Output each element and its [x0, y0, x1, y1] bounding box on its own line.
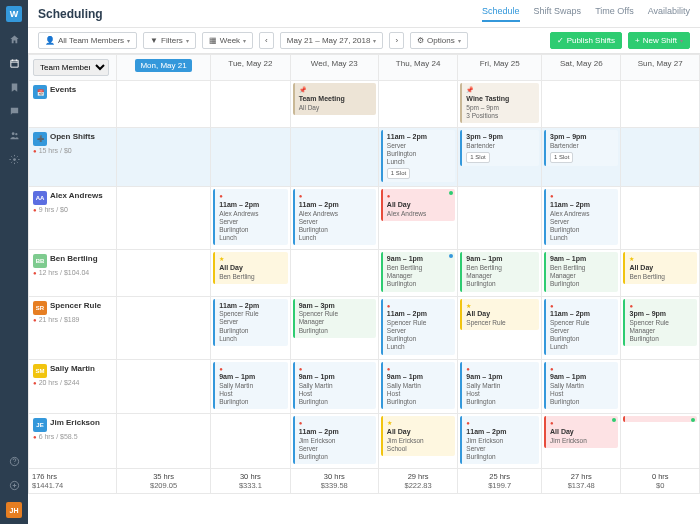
schedule-cell[interactable]: All DayJim EricksonSchool	[378, 414, 457, 469]
schedule-cell[interactable]	[378, 81, 457, 128]
schedule-cell[interactable]	[458, 187, 542, 250]
schedule-cell[interactable]	[117, 359, 211, 414]
app-logo[interactable]: W	[6, 6, 22, 22]
avatar[interactable]: JH	[6, 502, 22, 518]
shift-card[interactable]: All DaySpencer Rule	[460, 299, 539, 331]
schedule-cell[interactable]	[621, 359, 700, 414]
view-button[interactable]: ▦Week▾	[202, 32, 253, 49]
schedule-cell[interactable]	[621, 187, 700, 250]
shift-card[interactable]: All DayJim EricksonSchool	[381, 416, 455, 456]
schedule-cell[interactable]: 9am – 1pmSally MartinHostBurlington	[211, 359, 290, 414]
gear-icon[interactable]	[7, 152, 21, 166]
shift-card[interactable]: All DayBen Bertling	[213, 252, 287, 284]
shift-card[interactable]	[623, 416, 697, 422]
schedule-cell[interactable]	[211, 414, 290, 469]
schedule-cell[interactable]: 11am – 2pmSpencer RuleServerBurlingtonLu…	[542, 296, 621, 359]
schedule-cell[interactable]	[290, 127, 378, 187]
schedule-cell[interactable]	[290, 250, 378, 296]
next-button[interactable]: ›	[389, 32, 404, 49]
tab-timeoffs[interactable]: Time Offs	[595, 6, 634, 22]
shift-card[interactable]: 11am – 2pmAlex AndrewsServerBurlingtonLu…	[293, 189, 376, 245]
schedule-cell[interactable]	[117, 414, 211, 469]
schedule-cell[interactable]	[117, 187, 211, 250]
schedule-cell[interactable]: 11am – 2pmServerBurlingtonLunch1 Slot	[378, 127, 457, 187]
shift-card[interactable]: 11am – 2pmServerBurlingtonLunch1 Slot	[381, 130, 455, 183]
members-col-header[interactable]: Team Members	[29, 55, 117, 81]
home-icon[interactable]	[7, 32, 21, 46]
schedule-cell[interactable]: All DaySpencer Rule	[458, 296, 542, 359]
schedule-cell[interactable]: 3pm – 9pmSpencer RuleManagerBurlington	[621, 296, 700, 359]
prev-button[interactable]: ‹	[259, 32, 274, 49]
schedule-cell[interactable]: Wine Tasting5pm – 9pm3 Positions	[458, 81, 542, 128]
schedule-cell[interactable]: 11am – 2pmJim EricksonServerBurlington	[290, 414, 378, 469]
schedule-cell[interactable]: 9am – 3pmSpencer RuleManagerBurlington	[290, 296, 378, 359]
shift-card[interactable]: 9am – 1pmBen BertlingManagerBurlington	[381, 252, 455, 291]
shift-card[interactable]: 3pm – 9pmSpencer RuleManagerBurlington	[623, 299, 697, 347]
shift-card[interactable]: Team MeetingAll Day	[293, 83, 376, 115]
schedule-cell[interactable]	[621, 414, 700, 469]
users-icon[interactable]	[7, 128, 21, 142]
schedule-cell[interactable]	[621, 81, 700, 128]
schedule-cell[interactable]: 9am – 1pmSally MartinHostBurlington	[458, 359, 542, 414]
tab-swaps[interactable]: Shift Swaps	[534, 6, 582, 22]
shift-card[interactable]: 9am – 1pmBen BertlingManagerBurlington	[460, 252, 539, 291]
date-range[interactable]: May 21 – May 27, 2018▾	[280, 32, 384, 49]
schedule-cell[interactable]	[117, 250, 211, 296]
schedule-cell[interactable]: 11am – 2pmSpencer RuleServerBurlingtonLu…	[378, 296, 457, 359]
schedule-cell[interactable]: 11am – 2pmSpencer RuleServerBurlingtonLu…	[211, 296, 290, 359]
schedule-cell[interactable]: 3pm – 9pmBartender1 Slot	[458, 127, 542, 187]
schedule-cell[interactable]: All DayBen Bertling	[211, 250, 290, 296]
shift-card[interactable]: Wine Tasting5pm – 9pm3 Positions	[460, 83, 539, 123]
schedule-cell[interactable]: 11am – 2pmAlex AndrewsServerBurlingtonLu…	[211, 187, 290, 250]
schedule-cell[interactable]: All DayBen Bertling	[621, 250, 700, 296]
schedule-cell[interactable]	[621, 127, 700, 187]
shift-card[interactable]: All DayAlex Andrews	[381, 189, 455, 221]
schedule-cell[interactable]: 3pm – 9pmBartender1 Slot	[542, 127, 621, 187]
schedule-cell[interactable]	[117, 127, 211, 187]
shift-card[interactable]: 9am – 1pmSally MartinHostBurlington	[213, 362, 287, 410]
schedule-cell[interactable]: 9am – 1pmSally MartinHostBurlington	[378, 359, 457, 414]
members-select[interactable]: Team Members	[33, 59, 109, 76]
shift-card[interactable]: 9am – 1pmSally MartinHostBurlington	[381, 362, 455, 410]
schedule-cell[interactable]	[542, 81, 621, 128]
shift-card[interactable]: 9am – 1pmSally MartinHostBurlington	[544, 362, 618, 410]
shift-card[interactable]: 9am – 1pmSally MartinHostBurlington	[293, 362, 376, 410]
publish-button[interactable]: ✓Publish Shifts	[550, 32, 622, 49]
options-button[interactable]: ⚙Options▾	[410, 32, 468, 49]
schedule-cell[interactable]: 11am – 2pmJim EricksonServerBurlington	[458, 414, 542, 469]
chat-icon[interactable]	[7, 104, 21, 118]
shift-card[interactable]: 3pm – 9pmBartender1 Slot	[460, 130, 539, 166]
schedule-cell[interactable]: 11am – 2pmAlex AndrewsServerBurlingtonLu…	[542, 187, 621, 250]
shift-card[interactable]: 11am – 2pmSpencer RuleServerBurlingtonLu…	[381, 299, 455, 355]
schedule-cell[interactable]: 9am – 1pmBen BertlingManagerBurlington	[458, 250, 542, 296]
schedule-cell[interactable]: 9am – 1pmBen BertlingManagerBurlington	[378, 250, 457, 296]
shift-card[interactable]: 9am – 3pmSpencer RuleManagerBurlington	[293, 299, 376, 338]
tab-availability[interactable]: Availability	[648, 6, 690, 22]
tab-schedule[interactable]: Schedule	[482, 6, 520, 22]
filters-button[interactable]: ▼Filters▾	[143, 32, 196, 49]
help-icon[interactable]	[7, 454, 21, 468]
bookmark-icon[interactable]	[7, 80, 21, 94]
shift-card[interactable]: 9am – 1pmSally MartinHostBurlington	[460, 362, 539, 410]
schedule-cell[interactable]: 9am – 1pmSally MartinHostBurlington	[290, 359, 378, 414]
schedule-cell[interactable]	[117, 81, 211, 128]
add-icon[interactable]	[7, 478, 21, 492]
shift-card[interactable]: 11am – 2pmJim EricksonServerBurlington	[293, 416, 376, 464]
shift-card[interactable]: All DayBen Bertling	[623, 252, 697, 284]
team-filter[interactable]: 👤All Team Members▾	[38, 32, 137, 49]
shift-card[interactable]: 11am – 2pmAlex AndrewsServerBurlingtonLu…	[544, 189, 618, 245]
schedule-grid[interactable]: Team MembersMon, May 21Tue, May 22Wed, M…	[28, 54, 700, 524]
schedule-cell[interactable]: 11am – 2pmAlex AndrewsServerBurlingtonLu…	[290, 187, 378, 250]
shift-card[interactable]: 9am – 1pmBen BertlingManagerBurlington	[544, 252, 618, 291]
schedule-cell[interactable]	[117, 296, 211, 359]
shift-card[interactable]: 11am – 2pmSpencer RuleServerBurlingtonLu…	[544, 299, 618, 355]
shift-card[interactable]: 3pm – 9pmBartender1 Slot	[544, 130, 618, 166]
calendar-icon[interactable]	[7, 56, 21, 70]
new-shift-button[interactable]: +New Shift▾	[628, 32, 690, 49]
shift-card[interactable]: 11am – 2pmJim EricksonServerBurlington	[460, 416, 539, 464]
schedule-cell[interactable]: 9am – 1pmBen BertlingManagerBurlington	[542, 250, 621, 296]
schedule-cell[interactable]	[211, 81, 290, 128]
schedule-cell[interactable]: All DayAlex Andrews	[378, 187, 457, 250]
schedule-cell[interactable]: Team MeetingAll Day	[290, 81, 378, 128]
schedule-cell[interactable]: 9am – 1pmSally MartinHostBurlington	[542, 359, 621, 414]
